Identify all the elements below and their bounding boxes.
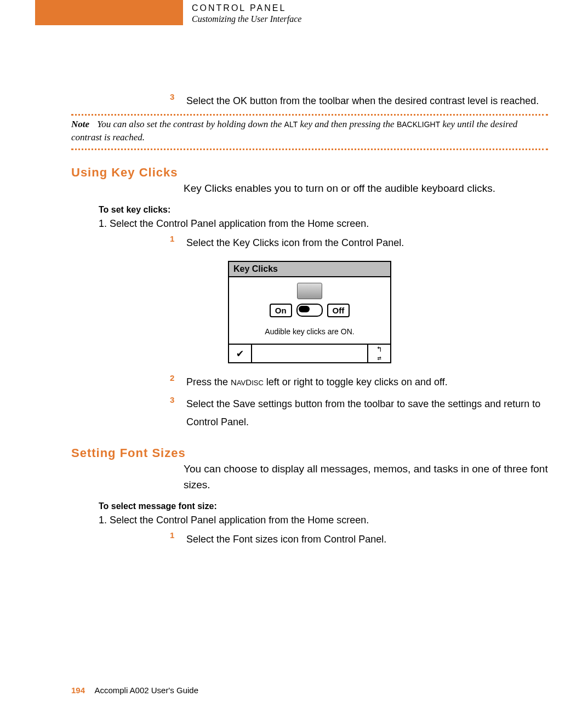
- step-number: 1: [170, 530, 186, 540]
- fontsize-subheading: To select message font size:: [99, 501, 548, 511]
- off-button[interactable]: Off: [327, 304, 350, 317]
- keyclicks-substep-1: 1 Select the Key Clicks icon from the Co…: [170, 234, 548, 252]
- header-title: CONTROL PANEL: [192, 3, 301, 13]
- step-number: 1: [170, 234, 186, 243]
- contrast-step-3: 3 Select the OK button from the toolbar …: [170, 92, 548, 110]
- step-text: Select the Key Clicks icon from the Cont…: [186, 234, 548, 252]
- step-number: 3: [170, 92, 186, 101]
- toggle-slider[interactable]: [296, 304, 323, 317]
- page-footer: 194 Accompli A002 User's Guide: [71, 686, 198, 695]
- section-heading-fontsize: Setting Font Sizes: [71, 446, 548, 460]
- backlight-key: BACKLIGHT: [397, 120, 440, 129]
- alt-key: ALT: [284, 120, 298, 129]
- check-icon: ✔: [237, 346, 243, 360]
- on-button[interactable]: On: [270, 304, 292, 317]
- fontsize-step-1: 1. Select the Control Panel application …: [99, 515, 548, 526]
- step-text: Press the NAVDISC left or right to toggl…: [186, 373, 548, 391]
- guide-name: Accompli A002 User's Guide: [94, 686, 198, 695]
- fontsize-intro: You can choose to display all messages, …: [184, 461, 548, 493]
- step-text: Select the Save settings button from the…: [186, 395, 548, 431]
- fontsize-substep-1: 1 Select the Font sizes icon from Contro…: [170, 530, 548, 548]
- note-block: Note You can also set the contrast by ho…: [71, 118, 548, 144]
- header-subtitle: Customizing the User Interface: [192, 14, 301, 24]
- step-number: 3: [170, 395, 186, 404]
- back-button[interactable]: ↰ ⇄: [367, 345, 390, 362]
- text-post: left or right to toggle key clicks on an…: [264, 376, 448, 387]
- note-text-pre: You can also set the contrast by holding…: [97, 119, 284, 129]
- navdisc-key: NAVDISC: [231, 378, 264, 387]
- header-accent-block: [35, 0, 183, 25]
- dotted-divider: [71, 114, 548, 116]
- keyclicks-substep-2: 2 Press the NAVDISC left or right to tog…: [170, 373, 548, 391]
- toggle-row: On Off: [236, 304, 384, 317]
- status-text: Audible key clicks are ON.: [236, 327, 384, 336]
- screenshot-title: Key Clicks: [229, 262, 390, 277]
- step-text: Select the Font sizes icon from Control …: [186, 530, 548, 548]
- keyboard-icon: [297, 283, 322, 299]
- step-number: 2: [170, 373, 186, 382]
- return-icon: ↰: [377, 345, 381, 354]
- section-heading-keyclicks: Using Key Clicks: [71, 165, 548, 180]
- note-text-mid: key and then pressing the: [300, 119, 396, 129]
- text-pre: Press the: [186, 376, 231, 387]
- toolbar-spacer: [252, 345, 367, 362]
- keyclicks-step-1: 1. Select the Control Panel application …: [99, 218, 548, 230]
- running-header: CONTROL PANEL Customizing the User Inter…: [192, 3, 301, 24]
- page-number: 194: [71, 686, 85, 695]
- keyclicks-intro: Key Clicks enables you to turn on or off…: [184, 181, 548, 197]
- dotted-divider: [71, 149, 548, 150]
- keyclicks-screenshot: Key Clicks On Off Audible key clicks are…: [228, 261, 391, 363]
- swap-icon: ⇄: [377, 354, 381, 362]
- keyclicks-substep-3: 3 Select the Save settings button from t…: [170, 395, 548, 431]
- save-button[interactable]: ✔: [229, 345, 252, 362]
- screenshot-toolbar: ✔ ↰ ⇄: [229, 344, 390, 362]
- note-label: Note: [71, 119, 89, 129]
- keyclicks-subheading: To set key clicks:: [99, 205, 548, 215]
- step-text: Select the OK button from the toolbar wh…: [186, 92, 548, 110]
